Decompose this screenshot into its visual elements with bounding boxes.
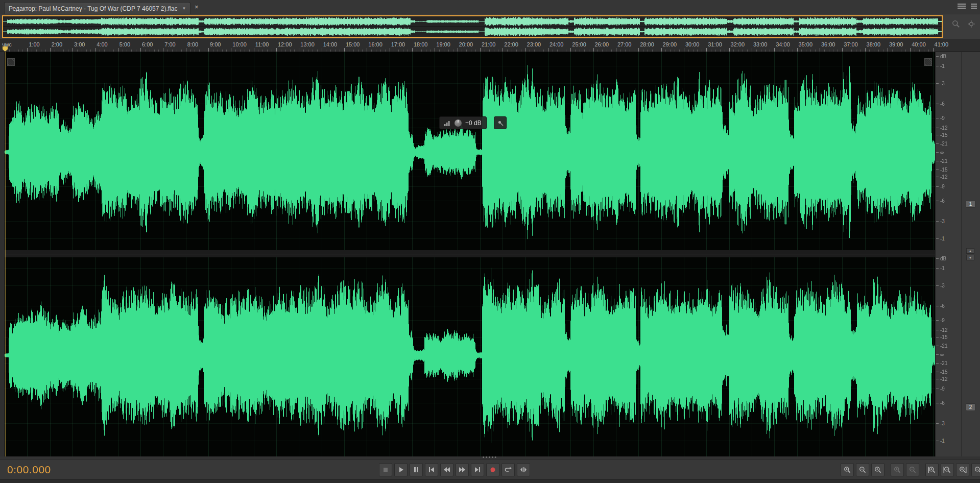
skip-mode-button[interactable] <box>517 463 530 476</box>
time-ruler[interactable]: чмс 1:002:003:004:005:006:007:008:009:00… <box>0 39 980 52</box>
go-to-start-icon <box>427 466 436 474</box>
db-tick <box>936 372 939 372</box>
status-bar <box>0 479 980 483</box>
editor-tab[interactable]: Редактор: Paul McCartney - Tug Of War (C… <box>4 2 190 14</box>
ruler-major-tick <box>412 48 413 52</box>
overview-waveform-canvas[interactable] <box>3 16 942 37</box>
zoom-in-right-edge-button[interactable] <box>956 463 969 476</box>
pause-button[interactable] <box>410 463 423 476</box>
db-tick <box>936 201 939 201</box>
tab-close-icon[interactable]: × <box>195 4 199 10</box>
db-tick <box>936 337 939 337</box>
ruler-major-tick <box>231 48 231 52</box>
db-value-label: -3 <box>940 283 945 288</box>
ruler-major-tick <box>299 48 299 52</box>
zoom-out-right-edge-button[interactable] <box>971 463 980 476</box>
workspace-menu-icon[interactable] <box>971 3 977 10</box>
go-to-end-button[interactable] <box>471 463 484 476</box>
skip-mode-icon <box>519 466 528 474</box>
zoom-in-left-edge-button[interactable] <box>925 463 939 476</box>
db-value-label: -1 <box>940 438 945 444</box>
ruler-major-tick <box>865 48 866 52</box>
overview-zoom-icon[interactable] <box>951 19 961 29</box>
db-tick <box>936 104 939 104</box>
ruler-major-tick <box>50 48 51 52</box>
zoom-out-icon <box>858 466 867 474</box>
zoom-out-left-edge-button[interactable] <box>941 463 954 476</box>
fast-forward-icon <box>458 466 466 474</box>
zoom-out-button[interactable] <box>856 463 869 476</box>
db-tick <box>936 128 939 128</box>
overview-settings-icon[interactable] <box>967 19 976 29</box>
zoom-in-vertical-button[interactable] <box>891 463 904 476</box>
record-button[interactable] <box>486 463 499 476</box>
gain-knob[interactable] <box>455 119 462 127</box>
play-button[interactable] <box>394 463 408 476</box>
panel-drag-handle[interactable]: ••••• <box>0 455 980 459</box>
db-value-label: -12 <box>940 327 947 333</box>
ruler-major-tick <box>842 48 843 52</box>
ruler-major-tick <box>706 48 707 52</box>
ruler-time-label: 26:00 <box>595 41 609 47</box>
db-tick <box>936 56 939 57</box>
grabber-icon[interactable] <box>924 58 932 66</box>
db-tick <box>936 118 939 118</box>
db-tick <box>936 143 939 144</box>
db-tick <box>936 161 939 161</box>
loop-button[interactable] <box>501 463 515 476</box>
gain-value-label: +0 dB <box>465 119 482 127</box>
db-tick <box>936 221 939 222</box>
ruler-major-tick <box>254 48 254 52</box>
audition-editor-window: Редактор: Paul McCartney - Tug Of War (C… <box>0 0 980 483</box>
zoom-selection-button[interactable] <box>871 463 885 476</box>
zoom-out-vertical-button[interactable] <box>906 463 919 476</box>
channel-2-button[interactable]: 2 <box>966 403 975 411</box>
ruler-time-label: 30:00 <box>685 41 700 47</box>
rewind-button[interactable] <box>440 463 453 476</box>
overview-navigator[interactable] <box>2 15 943 38</box>
zoom-out-right-edge-icon <box>974 466 980 474</box>
play-icon <box>397 466 405 474</box>
grabber-icon[interactable] <box>7 58 15 66</box>
zoom-in-icon <box>843 466 851 474</box>
fast-forward-button[interactable] <box>456 463 469 476</box>
ruler-time-label: 8:00 <box>187 41 198 47</box>
ruler-time-label: 17:00 <box>391 41 405 47</box>
db-tick <box>936 135 939 135</box>
waveform-canvas[interactable] <box>5 52 935 456</box>
channel-1-button[interactable]: 1 <box>966 200 975 208</box>
ruler-major-tick <box>774 48 775 52</box>
tab-dropdown-icon[interactable]: ▼ <box>182 6 186 11</box>
db-value-label: -21 <box>940 360 947 366</box>
ruler-time-label: 2:00 <box>52 41 62 47</box>
go-to-start-button[interactable] <box>425 463 438 476</box>
db-value-label: -1 <box>940 265 945 271</box>
playhead-line[interactable] <box>5 52 6 456</box>
rewind-icon <box>443 466 451 474</box>
panel-menu-icon[interactable] <box>958 3 966 10</box>
zoom-in-right-edge-icon <box>959 466 967 474</box>
pause-icon <box>412 466 420 474</box>
db-value-label: -6 <box>940 101 945 106</box>
ruler-time-label: 25:00 <box>572 41 586 47</box>
zoom-in-left-edge-icon <box>928 466 936 474</box>
vertical-zoom-in-button[interactable]: ▲ <box>966 248 974 254</box>
hud-pin-button[interactable] <box>494 116 507 129</box>
ruler-time-label: 14:00 <box>323 41 338 47</box>
db-tick <box>936 258 939 259</box>
gain-hud[interactable]: +0 dB <box>439 116 487 129</box>
db-tick <box>936 285 939 286</box>
db-value-label: -9 <box>940 386 945 392</box>
db-value-label: -9 <box>940 184 945 189</box>
stop-button[interactable] <box>379 463 392 476</box>
zoom-in-button[interactable] <box>841 463 854 476</box>
db-value-label: -3 <box>940 81 945 86</box>
ruler-time-label: 15:00 <box>346 41 360 47</box>
db-value-label: -3 <box>940 218 945 224</box>
db-value-label: -21 <box>940 158 947 163</box>
ruler-major-tick <box>118 48 118 52</box>
vertical-zoom-out-button[interactable]: ▼ <box>966 255 974 260</box>
db-unit-label: dB <box>940 256 946 261</box>
editor-tab-title: Редактор: Paul McCartney - Tug Of War (C… <box>9 5 177 12</box>
db-scale[interactable]: dB-1-1-3-3-6-6-9-9-12-12-15-15-21-21∞dB-… <box>936 52 961 456</box>
